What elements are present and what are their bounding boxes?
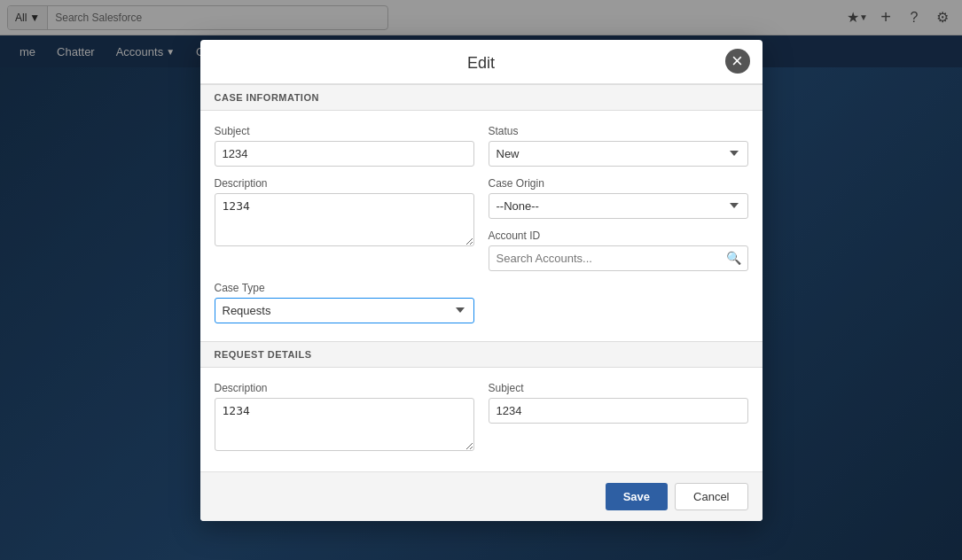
account-id-input[interactable] [489, 245, 748, 271]
close-icon: × [731, 51, 743, 71]
description-textarea-wrapper [215, 193, 474, 249]
form-row-subject-status: Subject Status New Working Escalated Clo… [215, 125, 748, 167]
modal-close-button[interactable]: × [725, 49, 750, 74]
case-origin-label: Case Origin [489, 177, 748, 190]
subject-label: Subject [215, 125, 474, 137]
rd-subject-input[interactable] [489, 398, 748, 424]
modal-overlay: Edit × CASE INFORMATION Subject Stat [0, 0, 962, 560]
form-col-case-type: Case Type --None-- Requests Feature Bug [215, 282, 474, 323]
rd-form-col-description: Description [215, 382, 474, 454]
case-information-label: CASE INFORMATION [215, 92, 319, 103]
case-information-section-header: CASE INFORMATION [200, 84, 763, 111]
case-type-label: Case Type [215, 282, 474, 294]
request-details-section-header: REQUEST DETAILS [200, 341, 763, 368]
modal-title: Edit [467, 54, 495, 72]
modal-footer: Save Cancel [200, 471, 763, 521]
form-col-subject: Subject [215, 125, 474, 167]
save-button[interactable]: Save [606, 483, 668, 510]
status-label: Status [489, 125, 748, 137]
form-col-description: Description [215, 177, 474, 271]
rd-subject-label: Subject [489, 382, 748, 394]
form-row-description-origin: Description Case Origin --None-- Phone E… [215, 177, 748, 271]
form-col-status: Status New Working Escalated Closed [489, 125, 748, 167]
subject-input[interactable] [215, 141, 474, 167]
modal-body: CASE INFORMATION Subject Status New Work… [200, 84, 763, 471]
case-origin-select[interactable]: --None-- Phone Email Web [489, 193, 748, 219]
rd-form-row: Description Subject [215, 382, 748, 454]
rd-description-label: Description [215, 382, 474, 394]
description-textarea[interactable] [215, 193, 474, 246]
modal-header: Edit × [200, 40, 763, 84]
cancel-button[interactable]: Cancel [675, 483, 747, 510]
account-id-label: Account ID [489, 229, 748, 242]
description-label: Description [215, 177, 474, 190]
case-type-select[interactable]: --None-- Requests Feature Bug [215, 298, 474, 323]
case-information-form: Subject Status New Working Escalated Clo… [200, 111, 763, 341]
form-row-case-type: Case Type --None-- Requests Feature Bug [215, 282, 748, 323]
account-search-icon: 🔍 [726, 251, 741, 265]
rd-description-textarea[interactable] [215, 398, 474, 451]
request-details-label: REQUEST DETAILS [215, 349, 312, 360]
status-select[interactable]: New Working Escalated Closed [489, 141, 748, 167]
rd-description-textarea-wrapper [215, 398, 474, 454]
edit-modal: Edit × CASE INFORMATION Subject Stat [200, 40, 763, 521]
request-details-form: Description Subject [200, 368, 763, 471]
account-id-search-wrapper: 🔍 [489, 245, 748, 271]
form-col-case-origin-account: Case Origin --None-- Phone Email Web Acc… [489, 177, 748, 271]
form-col-empty [489, 282, 748, 323]
rd-form-col-subject: Subject [489, 382, 748, 454]
